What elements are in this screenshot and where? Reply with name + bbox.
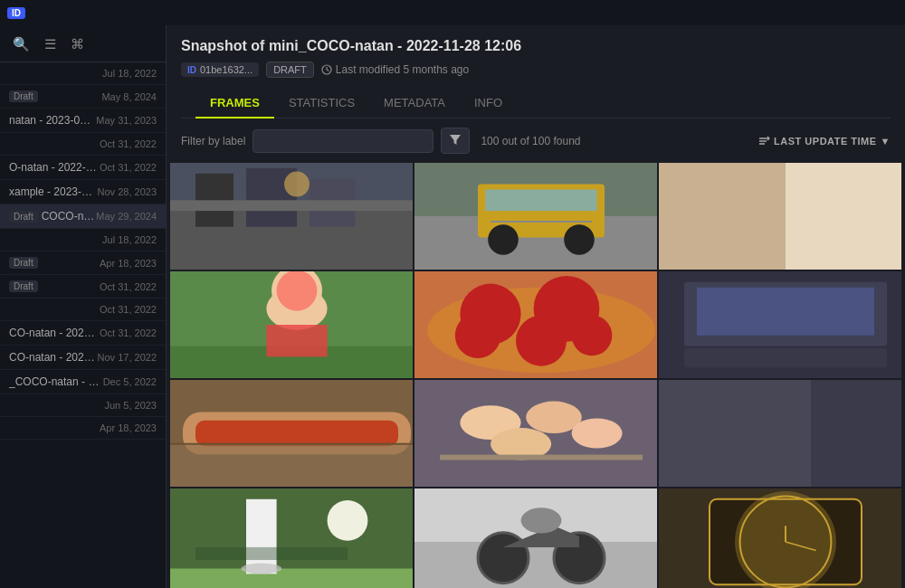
grid-row [170,163,901,270]
funnel-icon [449,133,462,146]
sidebar-toolbar: 🔍 ☰ ⌘ [0,25,166,62]
grid-cell[interactable] [414,271,657,378]
svg-point-35 [455,313,500,358]
tab-frames[interactable]: FRAMES [195,89,274,119]
sidebar-item[interactable]: natan - 2023-05-3... May 31, 2023 [0,109,166,133]
sidebar-list-button[interactable]: ☰ [41,34,60,54]
sidebar-item-date: Jul 18, 2022 [102,234,157,245]
tab-statistics[interactable]: STATISTICS [274,89,369,119]
id-badge-value: 01be1632... [200,64,252,75]
filter-bar: Filter by label 100 out of 100 found LAS… [167,119,905,163]
content-meta: ID 01be1632... DRAFT Last modified 5 mon… [181,62,891,78]
svg-rect-17 [485,190,596,212]
sidebar-filter-button[interactable]: ⌘ [67,34,88,54]
svg-rect-51 [440,455,643,460]
sidebar-item-date: May 29, 2024 [96,211,157,222]
sidebar-item[interactable]: Jun 5, 2023 [0,394,166,417]
svg-rect-39 [697,288,874,336]
grid-cell[interactable] [170,380,413,487]
sidebar-item-name: xample - 2023-11-... [9,185,98,198]
svg-rect-29 [266,325,327,356]
grid-cell[interactable] [414,380,657,487]
sidebar-item-date: Oct 31, 2022 [100,138,157,149]
sidebar-item-date: May 31, 2023 [96,115,157,126]
modified-label: Last modified 5 months ago [336,63,469,76]
svg-point-36 [572,315,613,356]
sidebar-item-left: _COCO-natan - 20... [9,375,103,388]
svg-point-18 [488,224,519,255]
filter-icon-button[interactable] [441,128,470,154]
svg-point-28 [277,271,318,311]
sidebar-item-left: CO-natan - 2022-1... [9,327,100,339]
sidebar-item-left: Draft [9,280,100,292]
tab-metadata[interactable]: METADATA [369,89,460,119]
grid-cell[interactable] [170,163,413,270]
sidebar-item[interactable]: Oct 31, 2022 [0,133,166,156]
sort-button[interactable]: LAST UPDATE TIME ▼ [757,135,891,147]
svg-rect-55 [170,569,413,589]
svg-line-2 [327,70,329,71]
svg-rect-56 [246,499,277,574]
sidebar-item[interactable]: Apr 18, 2023 [0,417,166,440]
top-bar-badge: ID [7,7,25,19]
sidebar-item-left: natan - 2023-05-3... [9,114,96,127]
sidebar-item[interactable]: CO-natan - 2022-1... Oct 31, 2022 [0,321,166,346]
sidebar-item-left: Draft [9,257,100,269]
sidebar-item-date: Apr 18, 2023 [100,258,157,269]
modified-text: Last modified 5 months ago [321,63,469,76]
grid-cell[interactable] [170,488,413,588]
sidebar-item[interactable]: Jul 18, 2022 [0,62,166,85]
svg-marker-3 [450,135,461,145]
sidebar-item-left: O-natan - 2022-10-... [9,161,100,174]
sidebar-item[interactable]: Draft Apr 18, 2023 [0,251,166,275]
svg-point-49 [572,418,623,448]
sidebar-item-date: Oct 31, 2022 [100,304,157,315]
grid-cell[interactable] [414,163,657,270]
id-badge-label: ID [187,65,196,75]
sidebar-item[interactable]: O-natan - 2022-10-... Oct 31, 2022 [0,156,166,180]
status-badge: DRAFT [266,62,314,78]
svg-rect-40 [684,348,887,367]
sidebar-item-date: Dec 5, 2022 [103,376,157,387]
svg-rect-53 [659,380,811,487]
sidebar-search-button[interactable]: 🔍 [9,34,33,54]
label-filter-select[interactable] [252,129,433,153]
draft-badge: Draft [9,257,38,269]
grid-cell[interactable] [659,271,901,378]
sidebar-item-date: Nov 17, 2022 [98,352,157,363]
grid-row [170,271,901,378]
sidebar-item[interactable]: Draft COCO-nata... May 29, 2024 [0,204,166,229]
grid-cell[interactable] [414,488,657,588]
svg-rect-23 [786,163,901,270]
svg-point-19 [564,224,595,255]
sidebar-item[interactable]: Draft Oct 31, 2022 [0,275,166,299]
svg-point-34 [516,316,567,366]
draft-badge: Draft [9,280,38,292]
svg-rect-22 [659,163,786,270]
sidebar-item-name: O-natan - 2022-10-... [9,161,100,174]
sidebar-item-date: Oct 31, 2022 [100,162,157,173]
sidebar-item[interactable]: Oct 31, 2022 [0,299,166,321]
svg-rect-61 [414,542,657,588]
grid-cell[interactable] [659,163,901,270]
sidebar-item[interactable]: CO-natan - 2022-... Nov 17, 2022 [0,346,166,370]
svg-rect-12 [170,200,413,211]
grid-cell[interactable] [659,380,901,487]
sidebar-items-container: Jul 18, 2022 Draft May 8, 2024 natan - 2… [0,62,166,440]
page-title: Snapshot of mini_COCO-natan - 2022-11-28… [181,38,891,54]
svg-point-13 [284,172,310,197]
svg-point-65 [521,507,562,533]
tab-info[interactable]: INFO [460,89,517,119]
clock-icon [321,64,332,75]
sidebar-item-left: Draft [9,90,101,102]
sidebar-item-date: Oct 31, 2022 [100,281,157,292]
found-count: 100 out of 100 found [481,135,580,147]
sidebar-item[interactable]: _COCO-natan - 20... Dec 5, 2022 [0,370,166,394]
grid-row [170,488,901,588]
grid-cell[interactable] [170,271,413,378]
sidebar-item[interactable]: Draft May 8, 2024 [0,85,166,109]
sidebar-item[interactable]: xample - 2023-11-... Nov 28, 2023 [0,180,166,204]
grid-cell[interactable] [659,488,901,588]
sidebar-item[interactable]: Jul 18, 2022 [0,229,166,251]
sidebar-item-date: Apr 18, 2023 [100,422,157,433]
